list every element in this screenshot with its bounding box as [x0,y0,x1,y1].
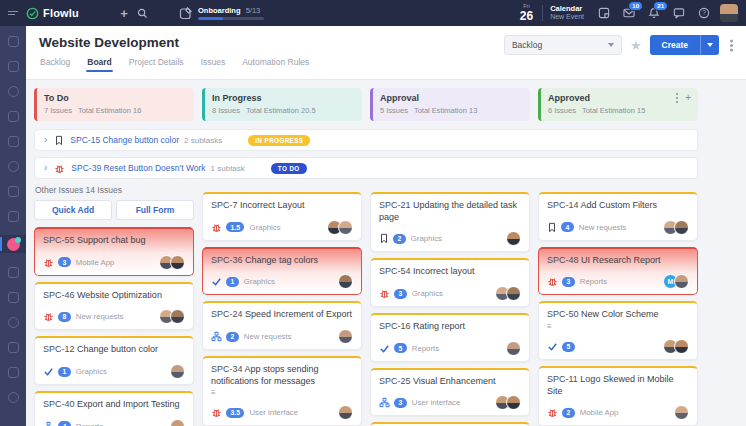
estimate-badge: 5 [394,343,407,353]
bug-icon [54,163,65,174]
chevron-down-icon [608,43,614,47]
create-button[interactable]: Create [650,35,719,55]
tab-project-details[interactable]: Project Details [128,57,185,72]
column-header-to-do[interactable]: To Do7 IssuesTotal Estimation 16 [34,88,194,121]
sidebar-item-7[interactable] [0,185,26,197]
onboarding-widget[interactable]: Onboarding 5/13 [179,6,264,20]
issue-key: SPC-21 [379,200,413,210]
notifications-bell-icon[interactable]: 21 [645,4,663,22]
create-dropdown-toggle[interactable] [700,35,719,55]
quick-add-icon[interactable]: + [115,4,133,22]
sidebar-item-13[interactable] [0,341,26,353]
assignee-avatars [342,405,353,420]
issue-card-spc-46[interactable]: SPC-46 Website Optimization8New requests [34,282,194,331]
brand-logo[interactable]: Flowlu [26,7,79,20]
issue-card-spc-11[interactable]: SPC-11 Logo Skewed in Mobile Site2Mobile… [538,366,698,426]
mail-icon[interactable]: 10 [620,4,638,22]
sidebar-item-10[interactable] [0,266,26,278]
more-options-icon[interactable] [730,44,733,47]
sidebar-item-active-projects[interactable] [0,235,26,253]
tab-backlog[interactable]: Backlog [39,57,71,72]
quick-add-button[interactable]: Quick Add [34,200,112,220]
issue-card-spc-44[interactable]: SPC-44 Create new layout [370,422,530,426]
column-header-approval[interactable]: Approval5 IssuesTotal Estimation 13 [370,88,530,121]
issue-card-spc-34[interactable]: SPC-34 App stops sending notifications f… [202,356,362,426]
assignee-avatars [499,395,521,410]
issue-card-footer: 1Graphics [43,364,185,379]
calendar-widget[interactable]: Calendar New Event [550,4,584,21]
tab-automation-rules[interactable]: Automation Rules [241,57,310,72]
sidebar-item-15[interactable] [0,391,26,403]
issue-card-spc-25[interactable]: SPC-25 Visual Enhancement3User interface [370,368,530,417]
assignee-avatars [331,220,353,235]
add-issue-buttons: Quick AddFull Form [34,200,194,220]
issue-card-footer: 3Graphics [379,286,521,301]
sidebar-item-5[interactable] [0,135,26,147]
issue-card-spc-48[interactable]: SPC-48 UI Research Report3ReportsM [538,247,698,296]
sidebar-icon-11 [8,292,19,303]
assignee-avatars: M [667,274,689,289]
sidebar-item-1[interactable] [0,35,26,47]
assignee-avatars [342,329,353,344]
issue-key: SPC-50 [547,309,581,319]
sidebar-icon-12 [8,317,19,328]
swimlane-spc-15[interactable]: ›SPC-15 Change button color2 subtasksIN … [34,129,698,151]
svg-text:?: ? [702,9,706,16]
column-add-icon[interactable]: + [685,93,691,103]
chat-icon[interactable] [670,4,688,22]
sidebar-item-11[interactable] [0,291,26,303]
view-select[interactable]: Backlog [504,35,622,55]
issue-title: SPC-54 Incorrect layout [379,266,521,278]
column-header-approved[interactable]: Approved+6 IssuesTotal Estimation 15 [538,88,698,121]
full-form-button[interactable]: Full Form [116,200,194,220]
bug-icon [547,407,558,418]
issue-card-spc-36[interactable]: SPC-36 Change tag colors1Graphics [202,247,362,296]
sidebar-item-3[interactable] [0,85,26,97]
hamburger-menu-icon[interactable] [8,9,18,17]
column-header-in-progress[interactable]: In Progress8 IssuesTotal Estimation 20.5 [202,88,362,121]
issue-card-spc-16[interactable]: SPC-16 Rating report5Reports [370,313,530,362]
issue-key: SPC-34 [211,364,245,374]
notes-icon[interactable] [595,4,613,22]
category-label: Graphics [411,234,442,243]
issue-card-spc-7[interactable]: SPC-7 Incorrect Layout1.5Graphics [202,192,362,241]
sidebar-icon-5 [8,136,19,147]
assignee-avatars [678,405,689,420]
column-menu-icon[interactable] [676,97,679,100]
bug-icon [43,311,54,322]
search-icon[interactable] [133,4,151,22]
expand-chevron-icon[interactable]: › [44,163,47,173]
issue-card-spc-50[interactable]: SPC-50 New Color Scheme≡5 [538,301,698,360]
estimate-badge: 8 [58,312,71,322]
issue-card-spc-12[interactable]: SPC-12 Change button color1Graphics [34,336,194,385]
issue-card-spc-14[interactable]: SPC-14 Add Custom Filters4New requests [538,192,698,241]
sidebar-item-6[interactable] [0,160,26,172]
expand-chevron-icon[interactable]: › [44,135,47,145]
sidebar-item-4[interactable] [0,110,26,122]
issue-link[interactable]: SPC-39 Reset Button Doesn't Work [71,163,205,173]
swimlane-spc-39[interactable]: ›SPC-39 Reset Button Doesn't Work1 subta… [34,157,698,179]
estimate-badge: 3 [58,257,71,267]
issue-key: SPC-24 [211,309,245,319]
issue-card-spc-55[interactable]: SPC-55 Support chat bug3Mobile App [34,227,194,276]
issue-card-spc-21[interactable]: SPC-21 Updating the detailed task page2G… [370,192,530,252]
favorite-star-icon[interactable]: ★ [630,39,642,52]
app-sidebar [0,26,26,426]
sidebar-item-14[interactable] [0,366,26,378]
swimlane-list: ›SPC-15 Change button color2 subtasksIN … [34,129,698,179]
issue-link[interactable]: SPC-15 Change button color [70,135,179,145]
sidebar-item-2[interactable] [0,60,26,72]
sidebar-item-8[interactable] [0,210,26,222]
help-icon[interactable]: ? [695,4,713,22]
sidebar-item-12[interactable] [0,316,26,328]
user-avatar[interactable] [720,4,738,22]
issue-card-spc-54[interactable]: SPC-54 Incorrect layout3Graphics [370,258,530,307]
tab-issues[interactable]: Issues [200,57,227,72]
date-widget[interactable]: Fri 26 [520,4,533,22]
issue-card-spc-40[interactable]: SPC-40 Export and Import Testing4Reports [34,391,194,426]
onboarding-progress-fill [198,17,223,20]
estimate-badge: 4 [561,222,574,232]
new-event-link[interactable]: New Event [550,13,584,21]
tab-board[interactable]: Board [86,57,113,72]
issue-card-spc-24[interactable]: SPC-24 Speed Increment of Export2New req… [202,301,362,350]
